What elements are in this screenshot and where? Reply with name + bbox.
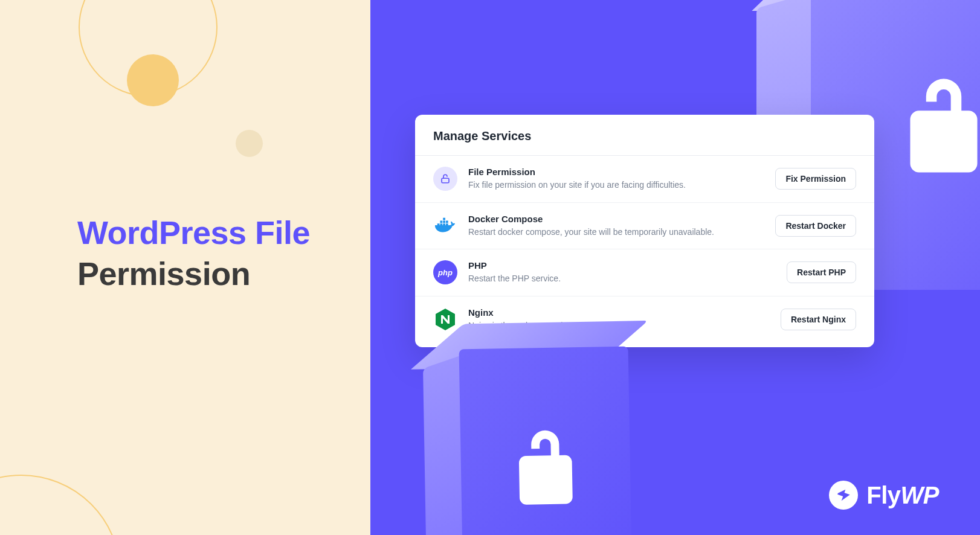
svg-rect-5 — [440, 220, 442, 223]
service-row-file-permission: File Permission Fix file permission on y… — [415, 156, 874, 203]
service-title: Docker Compose — [468, 214, 766, 224]
svg-rect-8 — [443, 218, 445, 220]
headline-line-1: WordPress File — [77, 213, 310, 254]
hero-canvas: WordPress File Permission Manage Service… — [0, 0, 980, 535]
restart-nginx-button[interactable]: Restart Nginx — [781, 309, 856, 330]
svg-rect-7 — [446, 220, 448, 223]
decorative-dot — [236, 130, 263, 157]
headline-line-2: Permission — [77, 254, 310, 295]
service-title: Nginx — [468, 307, 771, 318]
page-title: WordPress File Permission — [77, 213, 310, 294]
decorative-circle — [127, 54, 179, 106]
brand-logo: FlyWP — [829, 481, 939, 510]
manage-services-card: Manage Services File Permission Fix file… — [415, 115, 874, 347]
right-panel: Manage Services File Permission Fix file… — [370, 0, 980, 535]
unlock-icon — [509, 421, 583, 516]
service-desc: Restart the PHP service. — [468, 273, 777, 285]
service-title: PHP — [468, 260, 777, 271]
left-panel: WordPress File Permission — [0, 0, 370, 535]
card-header: Manage Services — [415, 115, 874, 156]
service-title: File Permission — [468, 167, 766, 177]
brand-mark-icon — [829, 481, 858, 510]
card-title: Manage Services — [433, 129, 856, 143]
nginx-icon — [433, 307, 457, 332]
service-desc: Restart docker compose, your site will b… — [468, 226, 766, 239]
unlock-icon — [433, 167, 457, 191]
service-row-php: php PHP Restart the PHP service. Restart… — [415, 249, 874, 296]
fix-permission-button[interactable]: Fix Permission — [775, 168, 856, 190]
svg-rect-6 — [443, 220, 445, 223]
docker-icon — [433, 214, 457, 238]
decorative-circle — [0, 475, 121, 535]
php-icon: php — [433, 260, 457, 284]
brand-name: FlyWP — [866, 482, 939, 509]
unlock-icon — [898, 68, 980, 185]
service-row-docker: Docker Compose Restart docker compose, y… — [415, 203, 874, 250]
restart-php-button[interactable]: Restart PHP — [787, 261, 856, 283]
svg-rect-0 — [442, 179, 449, 184]
decorative-cube-front — [459, 347, 633, 535]
restart-docker-button[interactable]: Restart Docker — [775, 215, 856, 237]
service-desc: Fix file permission on your site if you … — [468, 179, 766, 191]
